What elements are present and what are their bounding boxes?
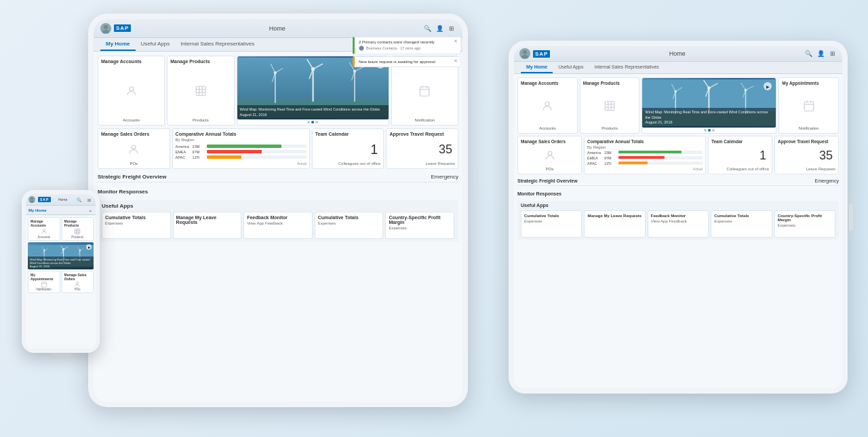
sap-logo-large: SAP [100, 23, 131, 34]
sm-useful-app-2[interactable]: Manage My Leave Requests [584, 210, 645, 238]
card-team-calendar-large[interactable]: Team Calendar 1 Colleagues out of office [312, 128, 384, 169]
card-travel-request-small[interactable]: Approve Travel Request 35 Leave Requests [774, 136, 839, 174]
chart-row-emea-sm: EMEA 97M [587, 156, 703, 160]
useful-app-feedback-monitor[interactable]: Feedback Monitor View App Feedback [243, 212, 313, 239]
content-area-small: Manage Accounts Accounts Manage Products… [514, 74, 842, 388]
tab-useful-apps-small[interactable]: Useful Apps [553, 62, 589, 73]
sm-dot-2 [708, 129, 711, 132]
phone-search-icon[interactable]: 🔍 [75, 195, 83, 204]
card-wind-news-small[interactable]: ▶ Wind Map: Monitoring Real-Time and For… [642, 77, 776, 134]
sm-ua-1-title: Cumulative Totals [524, 214, 578, 218]
tab-my-home-small[interactable]: My Home [521, 62, 553, 73]
nav-tabs-small: My Home Useful Apps Internal Sales Repre… [514, 62, 842, 74]
dot-3 [315, 121, 318, 124]
phone-header-title: Home [58, 197, 67, 202]
svg-rect-21 [420, 87, 430, 96]
phone-grid-icon[interactable]: ⊞ [85, 195, 93, 204]
phone-products-title: Manage Products [64, 219, 92, 227]
card-annual-totals-large[interactable]: Comparative Annual Totals By Region Amer… [172, 128, 310, 169]
user-icon[interactable]: 👤 [435, 24, 443, 33]
sm-ua-3-title: Feedback Monitor [651, 214, 705, 218]
phone-image-card[interactable]: ▶ Wind Map: Monitoring Real-Time and For… [28, 242, 94, 269]
appointments-icon [395, 65, 455, 117]
sm-ua-3-sub: View App Feedback [651, 219, 705, 223]
notification-1-close[interactable]: ✕ [454, 39, 458, 44]
svg-point-26 [359, 46, 364, 51]
card-travel-request-large[interactable]: Approve Travel Request 35 Leave Requests [386, 128, 458, 169]
phone-image-overlay: Wind Map: Monitoring Real-Time and Fore-… [28, 256, 94, 269]
sales-orders-icon [101, 138, 167, 160]
phone-card-accounts[interactable]: Manage Accounts Accounts [28, 217, 60, 241]
user-icon-sm[interactable]: 👤 [816, 50, 825, 58]
phone-accounts-icon [31, 227, 58, 235]
card-appointments-small[interactable]: My Appointments Notification [778, 77, 839, 134]
tablet-large-screen: SAP Home 🔍 👤 ⊞ My Home Useful Apps Inter… [94, 19, 462, 402]
phone-home-button[interactable] [52, 354, 71, 356]
sm-useful-app-3[interactable]: Feedback Monitor View App Feedback [648, 210, 709, 238]
sm-ua-2-title: Manage My Leave Requests [587, 214, 642, 218]
grid-icon-sm[interactable]: ⊞ [829, 50, 837, 58]
emea-bar-sm [618, 156, 665, 159]
phone-accounts-label: Accounts [31, 235, 58, 239]
card-annual-totals-small[interactable]: Comparative Annual Totals By Region Amer… [584, 136, 706, 174]
sm-useful-app-5[interactable]: Country-Specific Profit Margin Expenses [774, 210, 835, 238]
products-label: Products [170, 118, 231, 122]
sm-ua-5-sub: Expenses [778, 223, 832, 227]
dot-1 [307, 121, 310, 124]
card-sales-orders-large[interactable]: Manage Sales Orders POs [98, 128, 170, 169]
notification-2-close[interactable]: ✕ [454, 58, 458, 64]
grid-icon[interactable]: ⊞ [448, 24, 456, 33]
search-icon[interactable]: 🔍 [423, 24, 431, 33]
search-icon-sm[interactable]: 🔍 [804, 50, 812, 58]
annual-totals-title-sm: Comparative Annual Totals [587, 139, 703, 144]
image-date-sm: August 21, 2016 [645, 120, 773, 126]
phone-bottom-card-appointments[interactable]: My Appointments Notification [28, 271, 60, 293]
svg-rect-56 [75, 229, 81, 234]
phone-bottom-card-sales[interactable]: Manage Sales Orders POs [62, 271, 94, 293]
card-products-small[interactable]: Manage Products Products [580, 77, 640, 134]
notification-1-large[interactable]: ✕ 2 Primary contacts were changed recent… [353, 37, 461, 54]
useful-apps-section-large: Useful Apps Cumulative Totals Expenses M… [98, 200, 458, 242]
phone-products-icon [64, 227, 92, 235]
sm-useful-app-4[interactable]: Cumulative Totals Expenses [711, 210, 772, 238]
svg-rect-30 [605, 101, 614, 111]
appointments-label-sm: Notification [782, 126, 835, 130]
card-accounts-small[interactable]: Manage Accounts Accounts [517, 77, 578, 134]
card-products-title: Manage Products [170, 59, 231, 64]
phone-bottom-2-title: Manage Sales Orders [64, 273, 92, 281]
useful-app-3-sub: View App Feedback [247, 221, 309, 225]
sm-useful-app-1[interactable]: Cumulative Totals Expenses [521, 210, 582, 238]
apac-bar-bg-sm [618, 162, 703, 165]
accounts-icon [101, 65, 161, 117]
card-team-calendar-small[interactable]: Team Calendar 1 Colleagues out of office [708, 136, 772, 174]
useful-app-leave-requests[interactable]: Manage My Leave Requests [173, 212, 242, 239]
freight-title-sm: Strategic Freight Overview [517, 178, 578, 183]
phone-bottom-1-title: My Appointments [31, 273, 58, 281]
sales-orders-label: POs [101, 162, 167, 166]
phone-nav-label[interactable]: My Home [28, 208, 47, 212]
card-sales-orders-small[interactable]: Manage Sales Orders POs [517, 136, 582, 174]
useful-app-cumulative-totals[interactable]: Cumulative Totals Expenses [102, 212, 171, 239]
svg-point-29 [545, 102, 549, 106]
tab-my-home-large[interactable]: My Home [100, 38, 136, 51]
useful-app-5-title: Country-Specific Profit Margin [389, 215, 451, 225]
tablet-power-button[interactable] [849, 204, 853, 231]
appointments-label: Notification [395, 118, 455, 122]
tab-useful-apps-large[interactable]: Useful Apps [136, 38, 176, 51]
phone-card-products[interactable]: Manage Products Products [62, 217, 94, 241]
notification-2-large[interactable]: ✕ New leave request is awaiting for appr… [353, 56, 461, 67]
wind-image-sm: ▶ Wind Map: Monitoring Real-Time and For… [642, 78, 776, 128]
useful-app-profit-margin[interactable]: Country-Specific Profit Margin Expenses [385, 212, 454, 239]
useful-app-cumulative-expenses[interactable]: Cumulative Totals Expenses [315, 212, 384, 239]
phone-play-btn[interactable]: ▶ [86, 244, 92, 250]
card-manage-products-large[interactable]: Manage Products Products [167, 56, 234, 126]
useful-apps-title-large: Useful Apps [102, 203, 454, 209]
chart-value-emea: 97M [193, 150, 205, 154]
freight-section-header: Strategic Freight Overview Emergency [98, 172, 458, 183]
card-manage-accounts-large[interactable]: Manage Accounts Accounts [98, 56, 165, 126]
chart-actual-sm: Actual [587, 167, 703, 171]
tab-internal-sales-small[interactable]: Internal Sales Representatives [589, 62, 664, 73]
annual-totals-title: Comparative Annual Totals [176, 132, 307, 136]
image-overlay-large: Wind Map: Monitoring Real-Time and Fore-… [237, 105, 389, 119]
tab-internal-sales-large[interactable]: Internal Sales Representatives [175, 38, 260, 51]
